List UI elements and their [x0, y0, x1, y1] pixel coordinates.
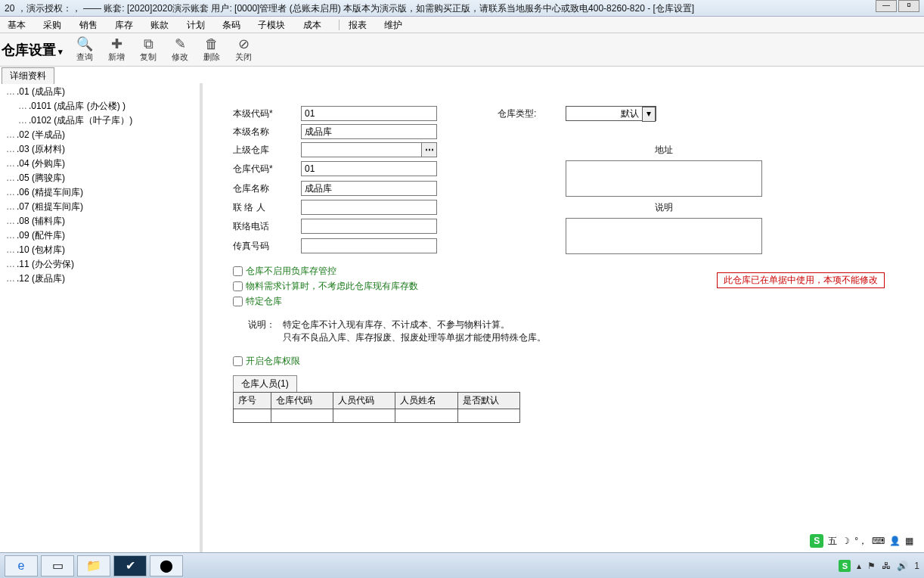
label-level-code: 本级代码*: [233, 107, 293, 120]
input-wh-name[interactable]: [301, 181, 437, 196]
maximize-button[interactable]: ¤: [898, 0, 919, 12]
tree-node[interactable]: .09 (配件库): [2, 228, 200, 243]
input-contact[interactable]: [301, 200, 437, 215]
module-title[interactable]: 仓库设置: [0, 41, 69, 59]
menu-basic[interactable]: 基本: [8, 20, 26, 30]
menu-cost[interactable]: 成本: [303, 20, 321, 30]
tree-node[interactable]: .0101 (成品库 (办公楼) ): [2, 99, 200, 113]
check-wh-permission[interactable]: 开启仓库权限: [233, 355, 924, 368]
form-panel: 本级代码* 仓库类型: 默认▾ 本级名称 上级仓库 ⋯ 地址 仓库代码* 仓库名…: [203, 83, 924, 552]
system-tray[interactable]: S ▴ ⚑ 🖧 🔊 1: [839, 560, 919, 572]
taskbar-app4[interactable]: ✔: [113, 555, 147, 576]
toolbar-query[interactable]: 🔍查询: [69, 36, 101, 63]
label-contact: 联 络 人: [233, 201, 293, 214]
tree-node[interactable]: .01 (成品库): [2, 85, 200, 99]
punct-icon: °，: [854, 535, 867, 548]
label-address: 地址: [566, 144, 762, 157]
tab-detail[interactable]: 详细资料: [2, 67, 54, 84]
menu-stock[interactable]: 库存: [115, 20, 133, 30]
search-icon: 🔍: [69, 36, 101, 51]
menu-sales[interactable]: 销售: [79, 20, 98, 30]
tray-time: 1: [914, 561, 919, 571]
toolbar-close[interactable]: ⊘关闭: [228, 36, 259, 63]
plus-icon: ✚: [101, 36, 132, 51]
moon-icon: ☽: [842, 536, 850, 546]
taskbar-ie[interactable]: e: [5, 555, 38, 576]
copy-icon: ⧉: [132, 36, 164, 51]
menu-finance[interactable]: 账款: [150, 20, 169, 30]
warehouse-tree: .01 (成品库).0101 (成品库 (办公楼) ).0102 (成品库（叶子…: [0, 83, 203, 552]
label-wh-type: 仓库类型:: [498, 107, 558, 120]
col-staff-code: 人员代码: [333, 393, 395, 409]
person-icon: 👤: [889, 536, 901, 546]
menu-submodule[interactable]: 子模块: [258, 20, 285, 30]
label-fax: 传真号码: [233, 240, 293, 253]
toolbar-copy[interactable]: ⧉复制: [132, 36, 164, 63]
lookup-parent[interactable]: ⋯: [301, 142, 437, 157]
input-level-name[interactable]: [301, 124, 437, 139]
trash-icon: 🗑: [196, 36, 228, 51]
explain-text: 说明：特定仓库不计入现有库存、不计成本、不参与物料计算。 只有不良品入库、库存报…: [248, 319, 924, 344]
tree-node[interactable]: .06 (精提车间库): [2, 185, 200, 200]
input-wh-code[interactable]: [301, 161, 437, 176]
label-wh-code: 仓库代码*: [233, 163, 293, 176]
grid-row[interactable]: [234, 409, 520, 423]
input-level-code[interactable]: [301, 106, 437, 121]
chevron-down-icon: ▾: [642, 107, 656, 122]
toolbar-edit[interactable]: ✎修改: [164, 36, 196, 63]
warning-locked: 此仓库已在单据中使用，本项不能修改: [717, 272, 885, 288]
tree-node[interactable]: .05 (腾骏库): [2, 171, 200, 185]
col-staff-name: 人员姓名: [395, 393, 457, 409]
textarea-desc[interactable]: [566, 218, 762, 254]
tree-node[interactable]: .02 (半成品): [2, 128, 200, 142]
input-parent[interactable]: [301, 142, 422, 157]
label-wh-name: 仓库名称: [233, 182, 293, 195]
sogou-icon: S: [810, 534, 823, 548]
tab-strip: 详细资料: [0, 67, 924, 83]
taskbar-app2[interactable]: ▭: [41, 555, 74, 576]
tray-vol-icon: 🔊: [897, 561, 908, 571]
tray-net-icon: 🖧: [882, 561, 891, 571]
menu-report[interactable]: 报表: [349, 20, 367, 30]
tree-node[interactable]: .08 (辅料库): [2, 214, 200, 228]
edit-icon: ✎: [164, 36, 196, 51]
taskbar-app5[interactable]: ⬤: [150, 555, 183, 576]
combo-wh-type[interactable]: 默认▾: [566, 106, 656, 121]
tree-node[interactable]: .11 (办公劳保): [2, 257, 200, 272]
taskbar-explorer[interactable]: 📁: [77, 555, 110, 576]
textarea-address[interactable]: [566, 160, 762, 197]
menu-maintain[interactable]: 维护: [384, 20, 402, 30]
check-special-wh[interactable]: 特定仓库: [233, 295, 924, 308]
window-title: 20 ，演示授权：， —— 账套: [2020]2020演示账套 用户: [00…: [5, 0, 694, 16]
menu-plan[interactable]: 计划: [187, 20, 205, 30]
label-desc: 说明: [566, 201, 762, 214]
label-level-name: 本级名称: [233, 126, 293, 138]
tree-node[interactable]: .12 (废品库): [2, 272, 200, 286]
tray-flag-icon: ⚑: [867, 561, 876, 571]
input-phone[interactable]: [301, 219, 437, 234]
staff-grid[interactable]: 序号 仓库代码 人员代码 人员姓名 是否默认: [233, 392, 520, 423]
taskbar: e ▭ 📁 ✔ ⬤ S ▴ ⚑ 🖧 🔊 1: [0, 552, 924, 578]
menu-barcode[interactable]: 条码: [222, 20, 240, 30]
col-seq: 序号: [234, 393, 271, 409]
toolbar-delete[interactable]: 🗑删除: [196, 36, 228, 63]
label-phone: 联络电话: [233, 220, 293, 233]
ime-bar[interactable]: S 五 ☽ °， ⌨ 👤 ▦: [807, 533, 916, 549]
col-default: 是否默认: [457, 393, 519, 409]
input-fax[interactable]: [301, 238, 437, 253]
toolbar-new[interactable]: ✚新增: [101, 36, 132, 63]
menu-bar: 基本 采购 销售 库存 账款 计划 条码 子模块 成本 报表 维护: [0, 17, 924, 33]
tray-up-icon: ▴: [857, 561, 861, 571]
minimize-button[interactable]: —: [876, 0, 897, 12]
menu-purchase[interactable]: 采购: [43, 20, 61, 30]
tree-node[interactable]: .10 (包材库): [2, 243, 200, 257]
tree-node[interactable]: .04 (外购库): [2, 157, 200, 171]
lookup-button[interactable]: ⋯: [422, 142, 437, 157]
label-parent: 上级仓库: [233, 144, 293, 157]
toolbar: 仓库设置 🔍查询 ✚新增 ⧉复制 ✎修改 🗑删除 ⊘关闭: [0, 33, 924, 67]
tree-node[interactable]: .03 (原材料): [2, 142, 200, 157]
subtab-staff[interactable]: 仓库人员(1): [233, 375, 297, 392]
tree-node[interactable]: .07 (粗提车间库): [2, 200, 200, 214]
close-icon: ⊘: [228, 36, 259, 51]
tree-node[interactable]: .0102 (成品库（叶子库）): [2, 113, 200, 128]
